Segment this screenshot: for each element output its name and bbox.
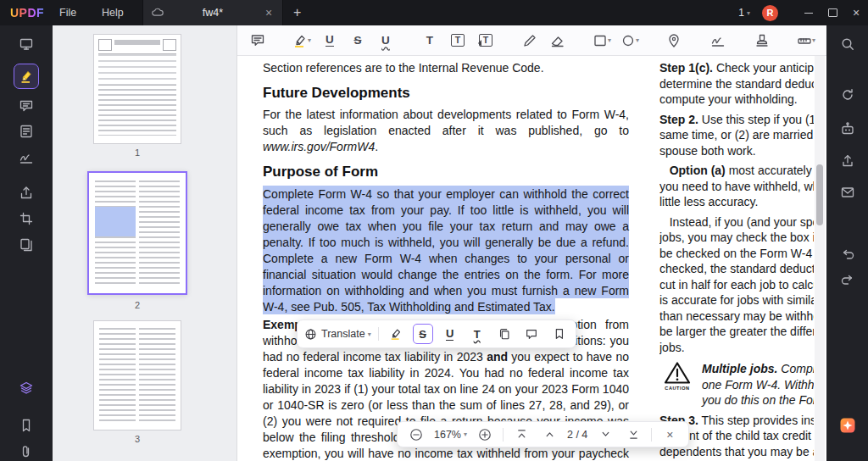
new-tab-button[interactable]: +: [288, 0, 306, 25]
doc-line: checked, the standard deduction and tax …: [659, 261, 814, 277]
page-indicator[interactable]: 2 / 4: [567, 429, 587, 441]
undo-button[interactable]: [836, 242, 860, 266]
zoom-in-button[interactable]: [475, 425, 495, 445]
tab-close-icon[interactable]: ×: [262, 6, 275, 19]
text-box-button[interactable]: T: [448, 30, 467, 52]
eraser-icon: [550, 33, 565, 48]
chevron-down-icon: ▾: [308, 36, 311, 44]
doc-text-segment: than necessary may be withheld, and this…: [659, 309, 814, 323]
thumb-form-lines: [98, 89, 176, 136]
cloud-icon: [150, 6, 164, 19]
add-bookmark-button[interactable]: [548, 324, 569, 344]
highlight-button[interactable]: ▾: [292, 30, 311, 52]
search-button[interactable]: [836, 32, 860, 56]
crop-icon: [19, 211, 34, 226]
highlighter-icon: [19, 69, 34, 84]
signature-tool-button[interactable]: [14, 146, 38, 169]
first-page-button[interactable]: [511, 425, 531, 445]
bookmark-panel-button[interactable]: [14, 414, 38, 437]
stamp-button[interactable]: [753, 30, 771, 52]
measure-button[interactable]: ▾: [797, 30, 815, 52]
highlighter-icon: [292, 33, 308, 48]
signature-icon: [710, 33, 726, 48]
close-zoom-toolbar-button[interactable]: ×: [659, 425, 680, 445]
comment-tool-button[interactable]: [14, 94, 38, 118]
doc-paragraph: Section references are to the Internal R…: [263, 60, 629, 76]
sticky-note-button[interactable]: [248, 30, 267, 52]
organize-pages-button[interactable]: [14, 233, 38, 257]
strikethrough-button[interactable]: S: [348, 30, 367, 52]
reader-tool-button[interactable]: [14, 32, 38, 56]
form-tool-button[interactable]: [14, 119, 38, 143]
ellipse-shape-button[interactable]: ▾: [620, 30, 639, 52]
doc-text-segment: Multiple jobs.: [702, 362, 777, 375]
doc-text-segment: you need to have withheld, while option …: [659, 180, 814, 193]
text-callout-button[interactable]: T: [476, 30, 495, 52]
layers-panel-button[interactable]: [14, 376, 38, 400]
page-thumbnail-1[interactable]: [93, 34, 181, 144]
page-thumbnail-2[interactable]: [87, 171, 187, 295]
text-comment-button[interactable]: T: [420, 30, 439, 52]
doc-line: Step 2. Use this step if you (1) have mo…: [659, 112, 814, 128]
copy-button[interactable]: [494, 324, 515, 344]
strikethrough-icon: S: [419, 329, 426, 340]
updf-ai-button[interactable]: [836, 414, 860, 437]
underline-icon: U: [446, 328, 453, 341]
redo-button[interactable]: [836, 268, 860, 292]
menu-help[interactable]: Help: [95, 0, 131, 25]
updf-app-window: UPDF File Help fw4* × + 1 ▾ R ×: [0, 0, 868, 461]
sync-icon: [840, 87, 855, 103]
share-button[interactable]: [836, 149, 860, 173]
zoom-level-dropdown[interactable]: 167% ▾: [434, 429, 467, 441]
attachment-panel-button[interactable]: [14, 440, 38, 461]
notification-counter[interactable]: 1 ▾: [738, 7, 750, 19]
stamp-icon: [754, 33, 770, 48]
signature-button[interactable]: [709, 30, 727, 52]
zoom-out-button[interactable]: [406, 425, 426, 445]
crop-tool-button[interactable]: [14, 207, 38, 230]
doc-line: spouse both work.: [659, 143, 814, 159]
doc-line: little less accuracy.: [659, 194, 814, 210]
caution-badge: CAUTION: [659, 361, 695, 391]
last-page-icon: [627, 428, 640, 441]
previous-page-button[interactable]: [539, 425, 559, 445]
doc-line: jobs, you may check the box in option (c…: [659, 230, 814, 246]
scrollbar-thumb[interactable]: [816, 164, 823, 225]
minimize-button[interactable]: [797, 0, 821, 25]
last-page-button[interactable]: [623, 425, 643, 445]
mail-button[interactable]: [836, 181, 860, 204]
selection-underline-button[interactable]: U: [440, 324, 460, 344]
maximize-button[interactable]: [821, 0, 844, 25]
sync-button[interactable]: [836, 83, 860, 107]
ai-assistant-button[interactable]: [836, 117, 860, 141]
page-thumbnail-3[interactable]: [93, 320, 181, 430]
document-tab[interactable]: fw4* ×: [142, 0, 283, 25]
underline-button[interactable]: U: [320, 30, 339, 52]
avatar[interactable]: R: [762, 5, 778, 21]
rectangle-shape-icon: [593, 33, 608, 48]
export-tool-button[interactable]: [14, 181, 38, 205]
left-sidebar: [0, 25, 53, 461]
annotate-tool-button[interactable]: [14, 64, 39, 89]
doc-text-segment: Step 2.: [659, 113, 698, 126]
doc-line: Option (a) most accurately calculates th…: [659, 163, 814, 179]
shapes-button[interactable]: ▾: [593, 30, 611, 52]
pencil-button[interactable]: [520, 30, 539, 52]
sticker-button[interactable]: [665, 30, 683, 52]
translate-button[interactable]: Translate ▾: [304, 324, 371, 344]
selection-strikethrough-button[interactable]: S: [413, 324, 433, 344]
thumb-form-box: [98, 39, 112, 51]
squiggly-button[interactable]: U: [376, 30, 395, 52]
text-icon: T: [426, 35, 433, 47]
eraser-button[interactable]: [548, 30, 567, 52]
selection-squiggly-button[interactable]: T: [467, 324, 487, 344]
doc-text-segment: you do this on the Form W-4 for the high…: [702, 393, 814, 407]
menu-file[interactable]: File: [53, 0, 83, 25]
close-button[interactable]: ×: [844, 0, 868, 25]
selection-highlight-button[interactable]: [386, 324, 406, 344]
doc-line: same time, or (2) are married filing joi…: [659, 127, 814, 143]
next-page-button[interactable]: [595, 425, 615, 445]
document-scrollbar[interactable]: [815, 56, 825, 461]
add-comment-button[interactable]: [521, 324, 542, 344]
doc-line: is accurate for jobs with similar pay; o…: [659, 292, 814, 308]
